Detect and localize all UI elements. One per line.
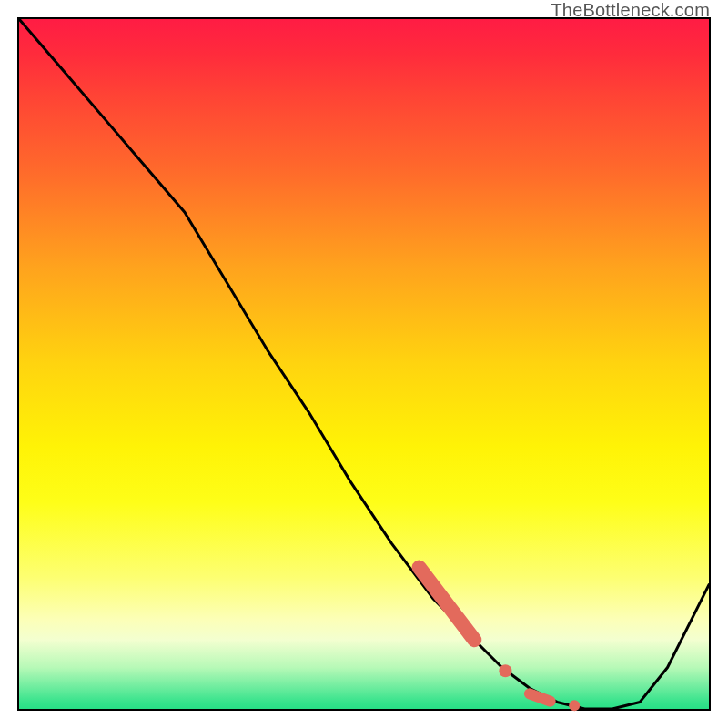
axis-bottom — [17, 709, 711, 711]
chart-frame: TheBottleneck.com — [0, 0, 728, 728]
axis-left — [17, 17, 19, 711]
axis-right — [709, 17, 711, 711]
plot-background-gradient — [19, 19, 709, 709]
watermark-text: TheBottleneck.com — [551, 0, 710, 21]
